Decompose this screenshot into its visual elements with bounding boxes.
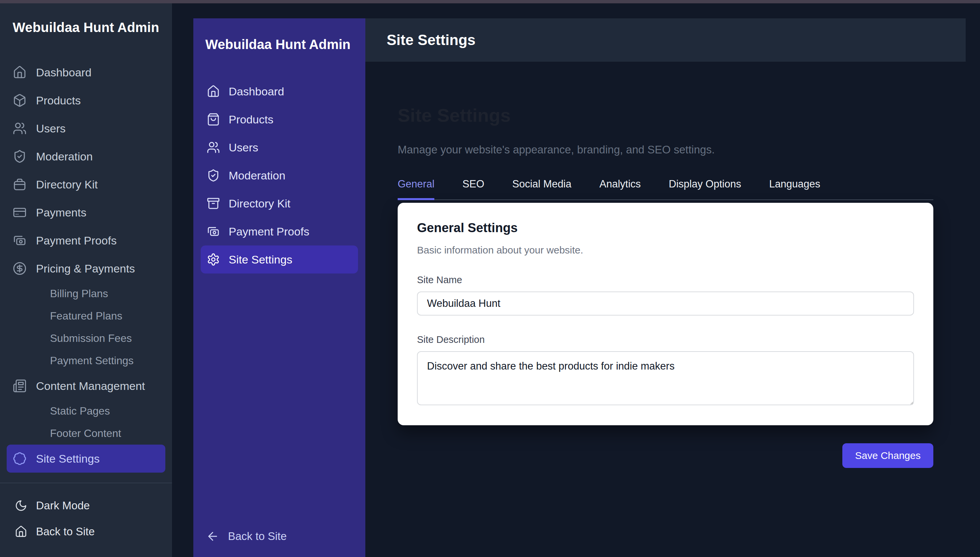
tab-languages[interactable]: Languages <box>769 178 820 200</box>
sidebar-item-directory-kit[interactable]: Directory Kit <box>6 171 165 199</box>
moon-icon <box>15 499 28 512</box>
overlay-item-label: Payment Proofs <box>229 225 309 238</box>
tab-social-media[interactable]: Social Media <box>512 178 571 200</box>
back-to-site-label: Back to Site <box>36 525 95 538</box>
main-content: Site Settings Manage your website's appe… <box>365 62 965 468</box>
briefcase-icon <box>13 178 27 191</box>
overlay-nav: Dashboard Products Users Moderation Dire… <box>201 77 358 274</box>
sidebar-item-label: Payments <box>36 206 86 219</box>
sidebar-item-dashboard[interactable]: Dashboard <box>6 59 165 86</box>
tab-display-options[interactable]: Display Options <box>668 178 741 200</box>
home-icon <box>15 525 28 538</box>
package-icon <box>13 93 27 107</box>
overlay-item-directory-kit[interactable]: Directory Kit <box>201 189 358 217</box>
circle-dollar-icon <box>13 262 27 275</box>
users-icon <box>13 121 27 135</box>
sidebar-subitem-label: Payment Settings <box>50 355 134 366</box>
back-to-site-link[interactable]: Back to Site <box>6 519 165 545</box>
overlay-item-site-settings[interactable]: Site Settings <box>201 246 358 274</box>
sidebar-subitem-label: Footer Content <box>50 427 121 439</box>
sidebar-item-moderation[interactable]: Moderation <box>6 142 165 171</box>
overlay-item-dashboard[interactable]: Dashboard <box>201 77 358 106</box>
badge-cog-icon <box>13 451 27 466</box>
card-subtitle: Basic information about your website. <box>417 244 914 256</box>
overlay-item-moderation[interactable]: Moderation <box>201 161 358 189</box>
overlay-item-products[interactable]: Products <box>201 106 358 134</box>
sidebar-subitem-submission-fees[interactable]: Submission Fees <box>6 327 165 350</box>
overlay-back-to-site-label: Back to Site <box>228 530 287 543</box>
sidebar-subitem-billing-plans[interactable]: Billing Plans <box>6 282 165 305</box>
overlay-sidebar: Webuildaa Hunt Admin Dashboard Products … <box>193 18 365 557</box>
sidebar-item-label: Moderation <box>36 150 92 163</box>
banknotes-icon <box>13 233 27 248</box>
users-icon <box>207 141 220 154</box>
banknotes-icon <box>207 225 220 238</box>
dark-mode-label: Dark Mode <box>36 499 90 512</box>
sidebar-item-label: Content Management <box>36 379 145 393</box>
sidebar-item-site-settings[interactable]: Site Settings <box>6 445 165 472</box>
arrow-left-icon <box>206 530 219 543</box>
gear-icon <box>207 253 220 266</box>
credit-card-icon <box>13 205 27 220</box>
site-description-textarea[interactable]: Discover and share the best products for… <box>417 351 914 405</box>
sidebar-divider <box>0 483 172 483</box>
form-actions: Save Changes <box>398 443 933 468</box>
tab-seo[interactable]: SEO <box>462 178 484 200</box>
sidebar-subitem-label: Submission Fees <box>50 332 131 344</box>
save-changes-button[interactable]: Save Changes <box>842 443 933 468</box>
sidebar-item-payment-proofs[interactable]: Payment Proofs <box>6 226 165 254</box>
archive-icon <box>207 197 220 210</box>
tab-analytics[interactable]: Analytics <box>599 178 641 200</box>
tab-general[interactable]: General <box>398 178 434 200</box>
sidebar-subitem-payment-settings[interactable]: Payment Settings <box>6 350 165 372</box>
overlay-item-label: Users <box>229 141 258 154</box>
shopping-bag-icon <box>207 113 220 126</box>
primary-sidebar: Webuildaa Hunt Admin Dashboard Products … <box>0 3 172 557</box>
sidebar-item-content-management[interactable]: Content Management <box>6 372 165 400</box>
sidebar-subitem-static-pages[interactable]: Static Pages <box>6 400 165 422</box>
overlay-item-payment-proofs[interactable]: Payment Proofs <box>201 217 358 246</box>
sidebar-item-payments[interactable]: Payments <box>6 199 165 226</box>
sidebar-item-products[interactable]: Products <box>6 86 165 114</box>
sidebar-item-label: Products <box>36 94 81 107</box>
card-title: General Settings <box>417 221 914 235</box>
page-header-title: Site Settings <box>387 32 475 48</box>
site-name-input[interactable] <box>417 292 914 316</box>
page-title: Site Settings <box>398 104 933 126</box>
general-settings-card: General Settings Basic information about… <box>398 203 933 425</box>
sidebar-item-label: Users <box>36 122 66 135</box>
overlay-back-to-site-link[interactable]: Back to Site <box>206 530 287 543</box>
shield-check-icon <box>207 169 220 182</box>
page-header: Site Settings <box>365 18 965 62</box>
sidebar-subitem-featured-plans[interactable]: Featured Plans <box>6 305 165 327</box>
overlay-sidebar-title: Webuildaa Hunt Admin <box>205 37 353 52</box>
sidebar-subitem-label: Featured Plans <box>50 310 122 322</box>
sidebar-item-pricing-payments[interactable]: Pricing & Payments <box>6 254 165 282</box>
primary-nav: Dashboard Products Users Moderation Dire… <box>6 59 165 472</box>
overlay-item-label: Products <box>229 113 273 126</box>
overlay-item-label: Directory Kit <box>229 197 290 210</box>
sidebar-item-label: Pricing & Payments <box>36 262 135 275</box>
sidebar-title: Webuildaa Hunt Admin <box>13 20 165 35</box>
sidebar-subitem-footer-content[interactable]: Footer Content <box>6 422 165 445</box>
sidebar-item-label: Payment Proofs <box>36 234 117 247</box>
site-name-label: Site Name <box>417 275 914 285</box>
sidebar-item-users[interactable]: Users <box>6 114 165 142</box>
site-description-label: Site Description <box>417 334 914 345</box>
overlay-item-label: Site Settings <box>229 253 292 266</box>
newspaper-icon <box>13 379 27 393</box>
home-icon <box>13 65 27 80</box>
overlay-item-label: Dashboard <box>229 85 284 98</box>
shield-check-icon <box>13 150 27 163</box>
window-chrome-strip <box>0 0 980 3</box>
settings-tabs: General SEO Social Media Analytics Displ… <box>398 178 933 200</box>
sidebar-item-label: Site Settings <box>36 452 100 465</box>
overlay-item-label: Moderation <box>229 169 286 182</box>
page-subtitle: Manage your website's appearance, brandi… <box>398 143 933 156</box>
admin-app: { "window": { "top_strip_color": "#46404… <box>0 0 980 557</box>
overlay-item-users[interactable]: Users <box>201 134 358 161</box>
home-icon <box>207 85 220 98</box>
sidebar-subitem-label: Billing Plans <box>50 288 108 300</box>
dark-mode-toggle[interactable]: Dark Mode <box>6 493 165 519</box>
sidebar-item-label: Directory Kit <box>36 178 98 191</box>
